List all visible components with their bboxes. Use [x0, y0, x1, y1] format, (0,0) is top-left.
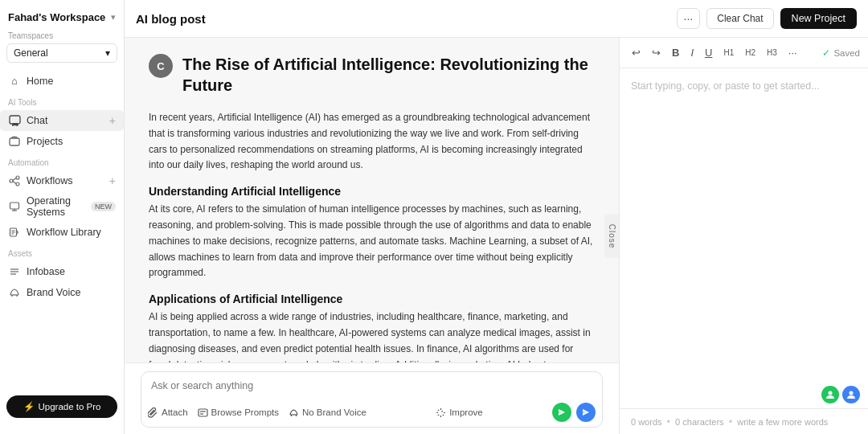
sidebar-item-projects-label: Projects [27, 136, 63, 147]
workflows-add-icon[interactable]: + [109, 174, 116, 187]
teamspaces-selected: General [14, 47, 48, 59]
editor-stats-bar: 0 words • 0 characters • write a few mor… [620, 408, 868, 434]
document-intro-para: In recent years, Artificial Intelligence… [149, 110, 595, 174]
chat-send-icons [552, 403, 596, 422]
user-avatar-green [821, 386, 839, 403]
sidebar-item-workflow-library[interactable]: Workflow Library [0, 222, 124, 243]
document-title-block: The Rise of Artificial Intelligence: Rev… [182, 54, 595, 97]
toolbar-h2-button[interactable]: H2 [741, 46, 760, 59]
attach-label: Attach [162, 407, 188, 417]
chat-add-icon[interactable]: + [109, 114, 116, 127]
upgrade-icon: ⚡ [23, 401, 35, 412]
home-icon: ⌂ [8, 75, 21, 88]
clear-chat-button[interactable]: Clear Chat [706, 8, 773, 29]
document-panel: C The Rise of Artificial Intelligence: R… [125, 38, 619, 434]
sidebar-item-projects[interactable]: Projects [0, 131, 124, 152]
chat-icon [8, 114, 21, 127]
svg-point-27 [850, 391, 854, 395]
toolbar-italic-button[interactable]: I [686, 44, 698, 61]
document-header-row: C The Rise of Artificial Intelligence: R… [149, 54, 595, 97]
sidebar-item-infobase[interactable]: Infobase [0, 261, 124, 282]
document-main-title: The Rise of Artificial Intelligence: Rev… [182, 54, 595, 96]
assets-section-label: Assets [0, 243, 124, 261]
saved-checkmark-icon: ✓ [822, 47, 830, 59]
new-project-button[interactable]: New Project [780, 8, 857, 29]
automation-section-label: Automation [0, 152, 124, 170]
svg-point-2 [10, 179, 13, 182]
sidebar-bottom: ⚡ Upgrade to Pro [0, 387, 124, 426]
chat-input[interactable] [141, 372, 602, 399]
svg-rect-1 [10, 138, 19, 145]
content-area: C The Rise of Artificial Intelligence: R… [125, 38, 868, 434]
editor-avatar-row [620, 381, 868, 408]
sidebar-item-workflows-label: Workflows [27, 175, 72, 186]
sidebar-item-chat[interactable]: Chat + [0, 110, 124, 131]
teamspaces-dropdown[interactable]: General ▾ [6, 43, 117, 63]
sidebar-item-home[interactable]: ⌂ Home [0, 71, 124, 92]
improve-button[interactable]: Improve [436, 407, 483, 418]
editor-word-count: 0 words [631, 417, 662, 427]
toolbar-more-button[interactable]: ··· [784, 44, 801, 61]
document-section-applications-title: Applications of Artificial Intelligence [149, 293, 595, 305]
sidebar-item-home-label: Home [27, 76, 53, 87]
workspace-chevron-icon[interactable]: ▾ [111, 12, 116, 23]
document-understanding-para: At its core, AI refers to the simulation… [149, 202, 595, 281]
workflows-icon [8, 174, 21, 187]
editor-char-count: 0 characters [675, 417, 724, 427]
toolbar-bold-button[interactable]: B [668, 44, 683, 61]
sidebar-item-operating-systems[interactable]: Operating Systems NEW [0, 191, 124, 222]
workspace-header[interactable]: Fahad's Workspace ▾ [0, 8, 124, 31]
page-title: AI blog post [136, 12, 677, 26]
browse-prompts-label: Browse Prompts [211, 407, 279, 417]
sidebar-item-brand-voice[interactable]: Brand Voice [0, 282, 124, 303]
toolbar-underline-button[interactable]: U [701, 44, 716, 61]
operating-systems-badge: NEW [91, 202, 116, 211]
sidebar-item-brand-voice-label: Brand Voice [27, 287, 80, 298]
teamspaces-chevron-icon: ▾ [105, 47, 110, 59]
browse-prompts-button[interactable]: Browse Prompts [198, 407, 279, 418]
attach-button[interactable]: Attach [148, 407, 188, 418]
saved-label: Saved [833, 48, 860, 58]
svg-rect-20 [199, 409, 207, 416]
upgrade-button[interactable]: ⚡ Upgrade to Pro [6, 395, 117, 418]
editor-body[interactable]: Start typing, copy, or paste to get star… [620, 68, 868, 381]
svg-point-3 [16, 176, 19, 179]
workflow-library-icon [8, 226, 21, 239]
toolbar-h3-button[interactable]: H3 [763, 46, 781, 59]
ai-tools-section-label: AI Tools [0, 92, 124, 110]
send-icon-green[interactable] [552, 403, 571, 422]
sidebar-item-chat-label: Chat [27, 115, 47, 126]
toolbar-redo-button[interactable]: ↪ [648, 44, 665, 61]
svg-line-5 [13, 178, 16, 181]
topbar: AI blog post ··· Clear Chat New Project [125, 0, 868, 38]
main-area: AI blog post ··· Clear Chat New Project … [125, 0, 868, 434]
chat-input-area: Attach Browse Prompts No Brand Voice [125, 362, 619, 434]
document-section-understanding-title: Understanding Artificial Intelligence [149, 185, 595, 198]
document-applications-para: AI is being applied across a wide range … [149, 309, 595, 362]
svg-point-4 [16, 182, 19, 186]
sidebar-item-operating-systems-label: Operating Systems [27, 195, 85, 218]
brand-voice-icon [8, 286, 21, 299]
chat-input-toolbar: Attach Browse Prompts No Brand Voice [141, 399, 602, 427]
editor-toolbar: ↩ ↪ B I U H1 H2 H3 ··· ✓ Saved [620, 38, 868, 68]
sidebar-item-workflow-library-label: Workflow Library [27, 227, 101, 238]
no-brand-voice-label: No Brand Voice [302, 407, 366, 417]
teamspaces-label: Teamspaces [0, 31, 124, 43]
sidebar-item-infobase-label: Infobase [27, 266, 65, 277]
svg-point-26 [829, 391, 833, 395]
toolbar-h1-button[interactable]: H1 [719, 46, 738, 59]
toolbar-saved-status: ✓ Saved [822, 47, 860, 59]
projects-icon [8, 135, 21, 148]
toolbar-undo-button[interactable]: ↩ [628, 44, 645, 61]
svg-line-6 [13, 182, 16, 184]
chat-input-box: Attach Browse Prompts No Brand Voice [141, 371, 603, 428]
workspace-name: Fahad's Workspace [8, 11, 105, 23]
sidebar-item-workflows[interactable]: Workflows + [0, 170, 124, 191]
editor-hint: write a few more words [737, 417, 828, 427]
improve-label: Improve [449, 407, 483, 417]
editor-panel: ↩ ↪ B I U H1 H2 H3 ··· ✓ Saved Start typ… [619, 38, 868, 434]
no-brand-voice-button[interactable]: No Brand Voice [289, 407, 366, 418]
close-tab[interactable]: Close [604, 214, 619, 258]
more-options-button[interactable]: ··· [677, 8, 701, 29]
send-icon-blue[interactable] [576, 403, 596, 422]
